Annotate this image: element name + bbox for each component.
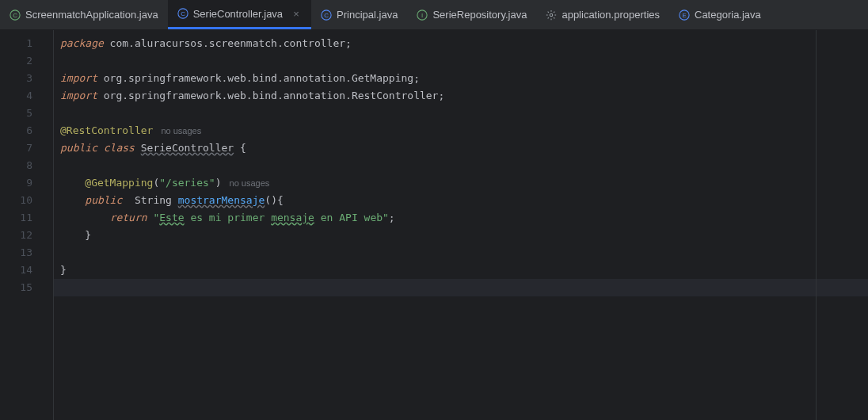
code-line [54,279,868,296]
inlay-hint: no usages [153,126,201,136]
code-line [60,244,868,262]
inlay-hint: no usages [222,178,270,188]
tab-principal-java[interactable]: CPrincipal.java [311,0,407,29]
code-line: @RestControllerno usages [60,122,868,139]
svg-text:E: E [682,11,686,18]
tab-label: Categoria.java [695,9,761,21]
svg-text:C: C [13,11,17,18]
line-number: 2 [0,52,53,70]
code-line: } [60,262,868,279]
line-number: 8 [0,157,53,174]
editor-area: 123456789101112131415 package com.alurac… [0,30,868,420]
tab-seriecontroller-java[interactable]: CSerieController.java× [168,0,311,29]
file-type-icon: I [417,10,428,21]
file-type-icon: C [177,8,188,19]
tab-categoria-java[interactable]: ECategoria.java [669,0,771,29]
line-number: 7 [0,139,53,157]
code-line: import org.springframework.web.bind.anno… [60,87,868,105]
code-line: return "Este es mi primer mensaje en API… [60,209,868,227]
tab-serierepository-java[interactable]: ISerieRepository.java [407,0,536,29]
line-number: 14 [0,262,53,279]
code-line: public class SerieController { [60,139,868,157]
close-icon[interactable]: × [291,8,302,19]
file-type-icon: C [321,10,332,21]
code-line: public String mostrarMensaje(){ [60,192,868,209]
tab-label: SerieRepository.java [432,9,527,21]
line-number: 13 [0,244,53,262]
line-number: 3 [0,70,53,87]
tab-application-properties[interactable]: application.properties [536,0,669,29]
line-number: 5 [0,105,53,122]
svg-text:C: C [181,10,185,17]
right-margin [816,30,817,420]
code-line [60,52,868,70]
svg-point-8 [550,13,554,17]
code-line: package com.aluracursos.screenmatch.cont… [60,35,868,52]
code-editor[interactable]: package com.aluracursos.screenmatch.cont… [54,30,868,420]
line-number: 11 [0,209,53,227]
code-line: @GetMapping("/series")no usages [60,174,868,192]
file-type-icon: E [679,10,690,21]
code-line [60,105,868,122]
editor-tabs: CScreenmatchApplication.javaCSerieContro… [0,0,868,30]
line-number: 15 [0,279,53,296]
line-number: 6 [0,122,53,139]
tab-label: application.properties [562,9,660,21]
tab-label: Principal.java [337,9,398,21]
file-type-icon: C [10,10,21,21]
line-number: 12 [0,227,53,244]
code-line: } [60,227,868,244]
svg-text:C: C [324,11,329,18]
tab-label: SerieController.java [193,8,283,20]
tab-screenmatchapplication-java[interactable]: CScreenmatchApplication.java [0,0,168,29]
line-number: 4 [0,87,53,105]
gear-icon [546,10,557,21]
line-number: 9 [0,174,53,192]
tab-label: ScreenmatchApplication.java [25,9,158,21]
line-number: 1 [0,35,53,52]
code-line: import org.springframework.web.bind.anno… [60,70,868,87]
line-number: 10 [0,192,53,209]
gutter: 123456789101112131415 [0,30,54,420]
code-line [60,157,868,174]
svg-text:I: I [421,11,423,18]
